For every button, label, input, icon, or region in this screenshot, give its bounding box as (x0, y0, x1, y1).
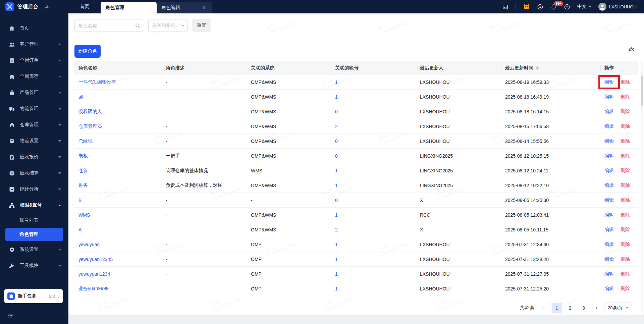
sidebar-item-receivable-quote[interactable]: 应收报价 (0, 149, 68, 165)
edit-button[interactable]: 编辑 (604, 182, 614, 188)
sidebar-subitem-account-list[interactable]: 账号列表 (0, 213, 68, 227)
linked-accounts-link[interactable]: 1 (335, 168, 338, 173)
linked-accounts-link[interactable]: 1 (335, 94, 338, 100)
linked-accounts-link[interactable]: 1 (335, 271, 338, 277)
delete-button[interactable]: 删除 (621, 241, 630, 248)
linked-accounts-link[interactable]: 1 (335, 183, 338, 188)
delete-button[interactable]: 删除 (621, 182, 630, 188)
edit-button[interactable]: 编辑 (604, 286, 614, 292)
tab-close-icon[interactable]: × (201, 4, 207, 11)
edit-button[interactable]: 编辑 (604, 212, 614, 218)
edit-button[interactable]: 编辑 (604, 79, 614, 85)
linked-accounts-link[interactable]: 0 (335, 109, 338, 114)
newbie-task-card[interactable]: 新手任务 3/3 › (4, 289, 63, 303)
delete-button[interactable]: 删除 (621, 271, 630, 277)
edit-button[interactable]: 编辑 (604, 109, 614, 115)
tab-home[interactable]: 首页 (68, 0, 101, 13)
linked-accounts-link[interactable]: 2 (335, 227, 338, 232)
sidebar-item-inventory[interactable]: 全局库存 (0, 68, 68, 85)
sidebar-item-customers[interactable]: 客户管理 (0, 36, 68, 52)
sidebar-item-receivable-settlement[interactable]: $ 应收结算 (0, 165, 68, 181)
tab-role-edit[interactable]: 角色编辑 × (157, 2, 212, 13)
delete-button[interactable]: 删除 (621, 256, 630, 262)
download-center-icon[interactable] (537, 4, 543, 10)
edit-button[interactable]: 编辑 (604, 197, 614, 203)
delete-button[interactable]: 删除 (621, 109, 630, 115)
edit-button[interactable]: 编辑 (604, 123, 614, 129)
scrollbar-thumb[interactable] (641, 75, 643, 106)
role-name-link[interactable]: B (78, 198, 82, 203)
prev-page-icon[interactable]: ‹ (540, 303, 548, 313)
linked-accounts-link[interactable]: 1 (335, 257, 338, 262)
linked-accounts-link[interactable]: 1 (335, 286, 338, 291)
tab-role-management[interactable]: 角色管理 (101, 2, 157, 13)
delete-button[interactable]: 删除 (621, 138, 630, 144)
create-role-button[interactable]: 新建角色 (74, 45, 101, 58)
user-menu[interactable]: LXSHOUHOU (598, 3, 637, 11)
reset-button[interactable]: 重置 (192, 19, 211, 32)
delete-button[interactable]: 删除 (621, 153, 630, 159)
linked-accounts-link[interactable]: 1 (335, 79, 338, 85)
linked-accounts-link[interactable]: 1 (335, 212, 338, 218)
delete-button[interactable]: 删除 (621, 94, 630, 100)
edit-button[interactable]: 编辑 (604, 153, 614, 159)
sidebar-subitem-role-management[interactable]: 角色管理 (5, 228, 63, 241)
role-name-link[interactable]: yewuyuan (78, 242, 100, 247)
linked-accounts-link[interactable]: 0 (335, 198, 338, 203)
page-button-3[interactable]: 3 (579, 303, 589, 313)
role-name-link[interactable]: WMS (78, 212, 90, 218)
role-name-link[interactable]: yewuyuan1234 (78, 271, 110, 277)
sidebar-item-orders[interactable]: 全局订单 (0, 52, 68, 68)
robot-assistant-icon[interactable] (523, 3, 530, 10)
linked-accounts-link[interactable]: 2 (335, 124, 338, 129)
delete-button[interactable]: 删除 (621, 286, 630, 292)
linked-accounts-link[interactable]: 0 (335, 139, 338, 144)
notifications-bell-icon[interactable]: 99+ (550, 4, 557, 10)
role-name-link[interactable]: 一件代发编辑没有 (78, 79, 116, 85)
role-name-input[interactable] (78, 23, 135, 28)
switch-system-icon[interactable] (44, 4, 50, 10)
delete-button[interactable]: 删除 (621, 227, 630, 233)
linked-accounts-link[interactable]: 0 (335, 153, 338, 159)
edit-button[interactable]: 编辑 (604, 256, 614, 262)
edit-button[interactable]: 编辑 (604, 227, 614, 233)
role-name-link[interactable]: 业务yuan9999 (78, 286, 109, 291)
column-settings-gear-icon[interactable] (629, 46, 635, 53)
delete-button[interactable]: 删除 (621, 79, 630, 85)
role-name-link[interactable]: 仓管 (78, 168, 88, 173)
edit-button[interactable]: 编辑 (604, 138, 614, 144)
delete-button[interactable]: 删除 (621, 123, 630, 129)
language-selector[interactable]: 中文 (577, 4, 591, 10)
delete-button[interactable]: 删除 (621, 168, 630, 174)
sidebar-item-products[interactable]: 产品管理 (0, 85, 68, 101)
sidebar-collapse-icon[interactable] (7, 313, 13, 319)
delete-button[interactable]: 删除 (621, 212, 630, 218)
sidebar-item-logistics-settings[interactable]: 物流设置 (0, 133, 68, 149)
column-header[interactable]: 最后更新时间 (501, 61, 600, 75)
sidebar-item-analytics[interactable]: 统计分析 (0, 181, 68, 197)
role-name-search[interactable] (74, 19, 144, 32)
role-name-link[interactable]: yewuyuan12345 (78, 257, 113, 262)
edit-button[interactable]: 编辑 (604, 241, 614, 248)
linked-system-select[interactable]: 关联的系统 (148, 19, 188, 32)
role-name-link[interactable]: 老板 (78, 153, 88, 158)
role-name-link[interactable]: 仓库管理员 (78, 123, 102, 129)
role-name-link[interactable]: 总经理 (78, 138, 93, 144)
inbox-icon[interactable] (502, 4, 508, 10)
edit-button[interactable]: 编辑 (604, 271, 614, 277)
sort-icon[interactable] (536, 66, 539, 70)
role-name-link[interactable]: A (78, 227, 82, 232)
role-name-link[interactable]: all (78, 94, 83, 100)
linked-accounts-link[interactable]: 1 (335, 242, 338, 247)
sidebar-item-tool-modules[interactable]: 工具模块 (0, 258, 68, 274)
edit-button[interactable]: 编辑 (604, 94, 614, 100)
sidebar-item-home[interactable]: 首页 (0, 20, 68, 36)
sidebar-item-warehouse[interactable]: 仓库管理 (0, 117, 68, 133)
sidebar-item-logistics[interactable]: 物流管理 (0, 101, 68, 117)
sidebar-item-permissions[interactable]: 权限&账号 (0, 197, 68, 213)
role-name-link[interactable]: 财务 (78, 182, 88, 188)
delete-button[interactable]: 删除 (621, 197, 630, 203)
help-icon[interactable]: ? (564, 4, 570, 10)
page-size-select[interactable]: 20条/页 (604, 303, 632, 313)
next-page-icon[interactable]: › (592, 303, 601, 313)
